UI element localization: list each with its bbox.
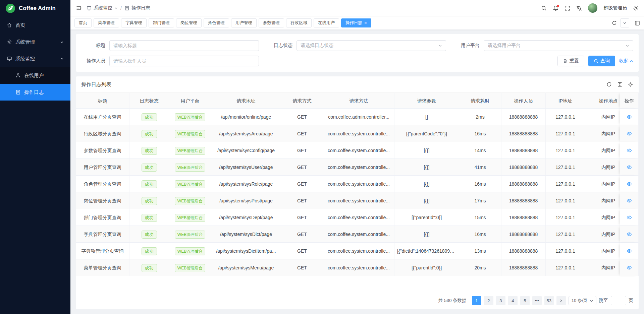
cell-params: [{"parentId":0}] (394, 209, 459, 226)
user-icon (15, 73, 21, 78)
operator-input[interactable] (113, 58, 255, 64)
sidebar-item-system-monitor[interactable]: 系统监控 (0, 50, 70, 67)
chevron-down-icon (60, 40, 64, 44)
platform-badge: WEB管理后台 (175, 180, 205, 188)
cell-operator: 18888888888 (501, 259, 546, 276)
cell-method: GET (281, 159, 323, 176)
page-tab[interactable]: 字典管理 × (121, 18, 147, 27)
breadcrumb-separator: / (120, 5, 122, 11)
page-tab[interactable]: 岗位管理 × (176, 18, 202, 27)
cell-title: 参数管理分页查询 (76, 142, 129, 159)
panel-header: 操作日志列表 (76, 76, 639, 92)
cell-operator: 18888888888 (501, 176, 546, 192)
user-avatar[interactable] (588, 3, 597, 13)
page-number-button[interactable]: 4 (508, 296, 518, 305)
page-tab[interactable]: 用户管理 × (231, 18, 257, 27)
view-detail-eye-icon[interactable] (627, 114, 632, 120)
notification-bell-icon[interactable] (553, 5, 558, 11)
page-number-button[interactable]: 3 (496, 296, 505, 305)
sidebar-item-label: 在线用户 (24, 72, 44, 79)
row-height-icon[interactable] (617, 82, 623, 87)
cell-ip: 127.0.0.1 (546, 109, 585, 125)
cell-status: 成功 (129, 176, 169, 192)
translate-icon[interactable] (576, 5, 582, 11)
page-size-select[interactable]: 10 条/页 (569, 296, 596, 305)
page-tab[interactable]: 参数管理 × (259, 18, 284, 27)
sidebar-item-system-management[interactable]: 系统管理 (0, 34, 70, 50)
monitor-icon (87, 6, 92, 11)
query-button[interactable]: 查询 (588, 56, 615, 66)
app-logo[interactable]: Coffee Admin (0, 0, 70, 17)
cell-actions (620, 259, 639, 276)
column-header: 标题 (76, 92, 129, 109)
column-header: 请求方式 (281, 92, 323, 109)
page-tab[interactable]: 行政区域 × (286, 18, 312, 27)
sidebar-item-online-users[interactable]: 在线用户 (0, 67, 70, 84)
refresh-icon[interactable] (606, 82, 612, 87)
page-tab[interactable]: 菜单管理 × (94, 18, 119, 27)
sidebar-item-operation-log[interactable]: 操作日志 (0, 84, 70, 101)
title-input[interactable] (113, 43, 255, 48)
page-number-button[interactable]: 5 (520, 296, 530, 305)
next-page-button[interactable] (556, 296, 566, 305)
view-detail-eye-icon[interactable] (627, 181, 632, 187)
status-badge: 成功 (142, 164, 157, 172)
page-number-button[interactable]: 2 (484, 296, 493, 305)
cell-url: /api/system/sysConfig/page (211, 142, 281, 159)
breadcrumb-level1[interactable]: 系统监控 (94, 5, 112, 11)
view-detail-eye-icon[interactable] (627, 265, 632, 270)
table-header-row: 标题 日志状态 用户平台 请求地址 请求方式 请求方法 请求参数 请求耗时 操作… (76, 92, 639, 109)
cell-duration: 16ms (459, 226, 501, 243)
top-header: 系统监控 / 操作日志 (70, 0, 644, 16)
status-badge: 成功 (142, 247, 157, 255)
cell-operator: 18888888888 (501, 226, 546, 243)
reset-button[interactable]: 重置 (557, 56, 584, 66)
cell-method: GET (281, 226, 323, 243)
table-body: 在线用户分页查询 成功 WEB管理后台 /api/monitor/online/… (76, 109, 639, 276)
fullscreen-icon[interactable] (565, 5, 570, 11)
user-name[interactable]: 超级管理员 (603, 5, 627, 11)
menu-fold-icon[interactable] (76, 5, 82, 11)
view-detail-eye-icon[interactable] (627, 248, 632, 254)
platform-badge: WEB管理后台 (175, 231, 205, 239)
close-icon[interactable]: × (364, 21, 367, 25)
view-detail-eye-icon[interactable] (627, 148, 632, 153)
cell-title: 部门管理分页查询 (76, 209, 129, 226)
page-tab-label: 在线用户 (318, 20, 335, 26)
refresh-icon[interactable] (612, 20, 617, 25)
status-placeholder: 请选择日志状态 (301, 43, 333, 49)
cell-platform: WEB管理后台 (169, 109, 211, 125)
settings-gear-icon[interactable] (633, 5, 639, 11)
tab-actions-dropdown[interactable] (620, 18, 629, 27)
view-detail-eye-icon[interactable] (627, 215, 632, 220)
layout-columns-icon[interactable] (635, 20, 640, 26)
cell-url: /api/system/sysMenu/page (211, 259, 281, 276)
page-tab[interactable]: 部门管理 × (149, 18, 174, 27)
view-detail-eye-icon[interactable] (627, 131, 632, 136)
view-detail-eye-icon[interactable] (627, 232, 632, 237)
cell-params: [{"dictId":140647326180950... (394, 243, 459, 259)
search-icon[interactable] (541, 5, 547, 11)
page-number-button[interactable]: 1 (472, 296, 481, 305)
page-tab[interactable]: 首页 × (74, 18, 92, 27)
cell-platform: WEB管理后台 (169, 192, 211, 209)
cell-handler: com.coffee.system.controlle... (323, 142, 394, 159)
table-scroll-area[interactable]: 标题 日志状态 用户平台 请求地址 请求方式 请求方法 请求参数 请求耗时 操作… (76, 92, 639, 292)
collapse-filter-link[interactable]: 收起 (619, 58, 633, 64)
column-settings-gear-icon[interactable] (628, 82, 633, 87)
view-detail-eye-icon[interactable] (627, 165, 632, 170)
view-detail-eye-icon[interactable] (627, 198, 632, 203)
jump-page-input[interactable] (611, 296, 626, 305)
page-number-button[interactable]: ••• (532, 296, 542, 305)
status-select[interactable]: 请选择日志状态 (297, 40, 446, 51)
cell-platform: WEB管理后台 (169, 142, 211, 159)
platform-select[interactable]: 请选择用户平台 (484, 40, 633, 51)
page-tab[interactable]: 在线用户 × (314, 18, 339, 27)
cell-operator: 18888888888 (501, 125, 546, 142)
cell-params: [{}] (394, 142, 459, 159)
column-header: 请求耗时 (459, 92, 501, 109)
page-number-button[interactable]: 53 (544, 296, 554, 305)
page-tab[interactable]: 操作日志 × (341, 18, 371, 27)
sidebar-item-home[interactable]: 首页 (0, 17, 70, 34)
page-tab[interactable]: 角色管理 × (204, 18, 229, 27)
